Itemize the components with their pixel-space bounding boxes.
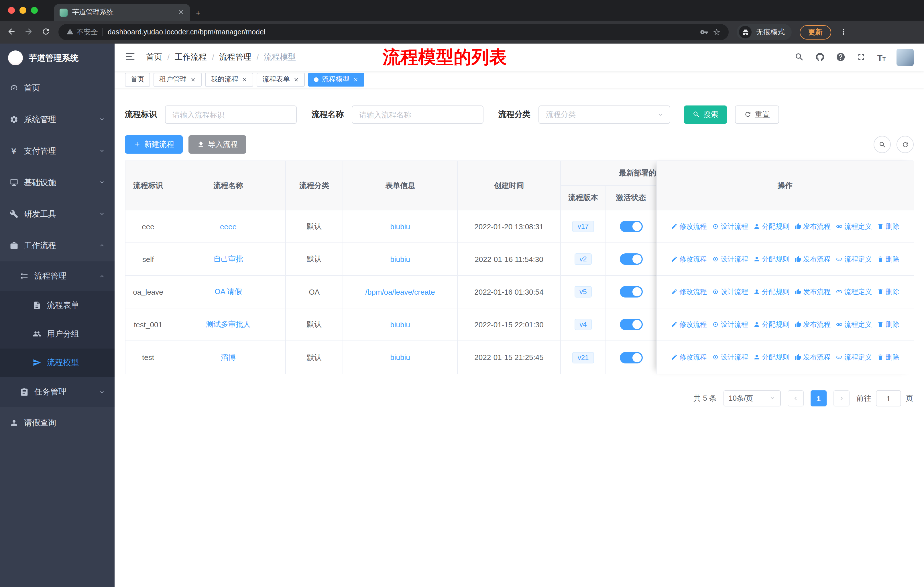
process-name-input[interactable]	[352, 106, 483, 124]
action-assign-rule[interactable]: 分配规则	[753, 254, 789, 264]
tag-租户管理[interactable]: 租户管理	[153, 73, 201, 86]
form-info-link[interactable]: biubiu	[390, 320, 410, 329]
breadcrumb-item[interactable]: 流程模型	[264, 52, 296, 63]
process-name-link[interactable]: 自己审批	[213, 254, 243, 264]
breadcrumb-item[interactable]: 流程管理	[219, 52, 251, 63]
close-icon[interactable]	[190, 76, 196, 82]
sidebar-item-leave-query[interactable]: 请假查询	[0, 407, 115, 438]
action-edit[interactable]: 修改流程	[671, 319, 707, 329]
toggle-search-icon[interactable]	[874, 136, 891, 153]
action-delete[interactable]: 删除	[877, 254, 899, 264]
action-design[interactable]: 设计流程	[712, 222, 748, 231]
sidebar-item-system-mgmt[interactable]: 系统管理	[0, 104, 115, 135]
action-publish[interactable]: 发布流程	[795, 254, 831, 264]
sidebar-item-process-mgmt[interactable]: 流程管理	[0, 261, 115, 291]
process-id-input[interactable]	[165, 106, 297, 124]
import-process-button[interactable]: 导入流程	[188, 135, 246, 154]
zoom-window-button[interactable]	[31, 7, 38, 14]
font-size-icon[interactable]: TT	[877, 53, 886, 62]
action-definition[interactable]: 流程定义	[836, 352, 872, 362]
action-design[interactable]: 设计流程	[712, 287, 748, 297]
next-page-button[interactable]	[833, 390, 850, 407]
form-info-link[interactable]: biubiu	[390, 255, 410, 263]
action-delete[interactable]: 删除	[877, 287, 899, 297]
goto-page-input[interactable]	[876, 390, 901, 407]
new-tab-button[interactable]: +	[196, 8, 200, 17]
close-icon[interactable]	[242, 76, 248, 82]
sidebar-item-workflow[interactable]: 工作流程	[0, 230, 115, 261]
fullscreen-icon[interactable]	[857, 52, 866, 63]
action-definition[interactable]: 流程定义	[836, 222, 872, 231]
browser-tab[interactable]: 芋道管理系统	[54, 4, 190, 21]
active-toggle[interactable]	[620, 319, 642, 330]
form-info-link[interactable]: /bpm/oa/leave/create	[365, 288, 435, 296]
avatar[interactable]	[896, 49, 914, 66]
action-delete[interactable]: 删除	[877, 222, 899, 231]
sidebar-item-payment-mgmt[interactable]: ¥支付管理	[0, 135, 115, 167]
action-edit[interactable]: 修改流程	[671, 287, 707, 297]
bookmark-star-icon[interactable]	[713, 28, 721, 37]
category-select[interactable]: 流程分类	[538, 106, 670, 124]
tag-流程模型[interactable]: 流程模型	[308, 73, 364, 86]
action-assign-rule[interactable]: 分配规则	[753, 352, 789, 362]
github-icon[interactable]	[815, 52, 825, 63]
sidebar-item-dev-tools[interactable]: 研发工具	[0, 198, 115, 230]
action-publish[interactable]: 发布流程	[795, 319, 831, 329]
app-logo[interactable]: 芋道管理系统	[0, 43, 115, 72]
action-assign-rule[interactable]: 分配规则	[753, 319, 789, 329]
key-icon[interactable]	[700, 28, 708, 37]
action-publish[interactable]: 发布流程	[795, 352, 831, 362]
action-design[interactable]: 设计流程	[712, 352, 748, 362]
collapse-sidebar-icon[interactable]	[125, 51, 136, 64]
active-toggle[interactable]	[620, 286, 642, 298]
sidebar-item-task-mgmt[interactable]: 任务管理	[0, 377, 115, 407]
active-toggle[interactable]	[620, 253, 642, 265]
action-definition[interactable]: 流程定义	[836, 287, 872, 297]
action-publish[interactable]: 发布流程	[795, 287, 831, 297]
sidebar-item-process-model[interactable]: 流程模型	[0, 349, 115, 377]
tag-我的流程[interactable]: 我的流程	[205, 73, 253, 86]
close-icon[interactable]	[353, 76, 359, 82]
tag-首页[interactable]: 首页	[125, 73, 150, 86]
page-1-button[interactable]: 1	[810, 390, 827, 407]
tag-流程表单[interactable]: 流程表单	[257, 73, 305, 86]
incognito-chip[interactable]: 无痕模式	[737, 24, 792, 40]
forward-icon[interactable]	[24, 27, 33, 37]
action-definition[interactable]: 流程定义	[836, 254, 872, 264]
close-icon[interactable]	[293, 76, 299, 82]
browser-update-button[interactable]: 更新	[800, 25, 831, 39]
page-size-select[interactable]: 10条/页	[723, 390, 781, 407]
action-design[interactable]: 设计流程	[712, 254, 748, 264]
process-name-link[interactable]: OA 请假	[214, 287, 242, 297]
sidebar-item-home[interactable]: 首页	[0, 72, 115, 104]
search-icon[interactable]	[795, 52, 805, 63]
process-name-link[interactable]: 测试多审批人	[206, 319, 251, 330]
tab-close-icon[interactable]	[178, 8, 185, 17]
back-icon[interactable]	[7, 27, 16, 37]
reload-icon[interactable]	[41, 27, 50, 37]
address-bar[interactable]: 不安全 dashboard.yudao.iocoder.cn/bpm/manag…	[58, 24, 729, 40]
action-design[interactable]: 设计流程	[712, 319, 748, 329]
action-edit[interactable]: 修改流程	[671, 254, 707, 264]
prev-page-button[interactable]	[788, 390, 804, 407]
active-toggle[interactable]	[620, 352, 642, 363]
breadcrumb-item[interactable]: 首页	[146, 52, 162, 63]
action-delete[interactable]: 删除	[877, 352, 899, 362]
breadcrumb-item[interactable]: 工作流程	[175, 52, 207, 63]
minimize-window-button[interactable]	[20, 7, 26, 14]
action-assign-rule[interactable]: 分配规则	[753, 287, 789, 297]
sidebar-item-infrastructure[interactable]: 基础设施	[0, 167, 115, 198]
action-publish[interactable]: 发布流程	[795, 222, 831, 231]
create-process-button[interactable]: 新建流程	[125, 135, 183, 154]
browser-menu-icon[interactable]	[839, 27, 848, 37]
form-info-link[interactable]: biubiu	[390, 353, 410, 362]
sidebar-item-process-form[interactable]: 流程表单	[0, 291, 115, 320]
action-assign-rule[interactable]: 分配规则	[753, 222, 789, 231]
action-edit[interactable]: 修改流程	[671, 222, 707, 231]
action-definition[interactable]: 流程定义	[836, 319, 872, 329]
search-button[interactable]: 搜索	[684, 106, 727, 124]
sidebar-item-user-group[interactable]: 用户分组	[0, 320, 115, 349]
refresh-table-icon[interactable]	[896, 136, 914, 153]
reset-button[interactable]: 重置	[735, 106, 779, 124]
close-window-button[interactable]	[8, 7, 15, 14]
